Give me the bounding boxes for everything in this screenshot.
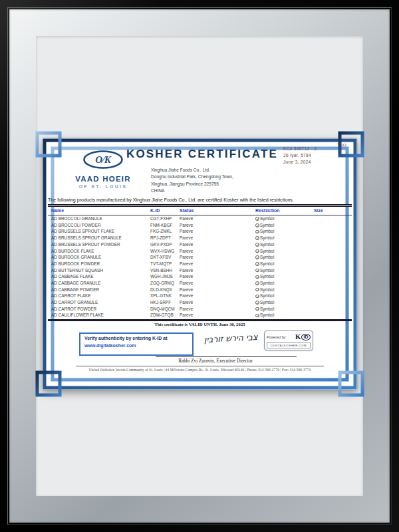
cell-name: AD CABBAGE FLAKE — [48, 274, 150, 279]
verify-box: Verify authenticity by entering K-ID at … — [79, 332, 194, 356]
footer-address: United Orthodox Jewish Community of St. … — [43, 368, 357, 372]
table-row: AD CABBAGE GRANULE ZGQ-GRMQ Pareve ✓ Sym… — [48, 280, 352, 287]
cell-restriction-label: Symbol — [260, 300, 274, 305]
cell-name: AD CABBAGE POWDER — [48, 287, 150, 293]
cell-restriction-label: Symbol — [260, 268, 274, 273]
table-row: AD CARROT GRANULE HKJ-SRPF Pareve ✓ Symb… — [48, 299, 352, 306]
cell-kid: TVT-MQTP — [150, 261, 180, 267]
cell-restriction-label: Symbol — [260, 307, 274, 312]
cell-status: Pareve — [180, 223, 255, 228]
cell-status: Pareve — [180, 274, 255, 279]
cell-name: AD BURDOCK GRANULE — [48, 255, 150, 260]
cell-restriction-label: Symbol — [260, 255, 274, 260]
cell-kid: WGH-JMJS — [150, 274, 180, 279]
cell-name: AD BRUSSELS SPROUT POWDER — [48, 242, 150, 247]
cell-kid: RPJ-ZDPT — [150, 235, 180, 241]
table-row: AD BURDOCK FLAKE WVX-HSWG Pareve ✓ Symbo… — [48, 248, 352, 255]
circled-check-icon: ✓ — [255, 262, 259, 266]
cell-restriction-label: Symbol — [260, 261, 274, 267]
col-header-name: Name — [48, 208, 150, 214]
cell-name: AD CARROT FLAKE — [48, 293, 150, 299]
cell-restriction-label: Symbol — [260, 235, 274, 241]
circled-check-icon: ✓ — [255, 281, 259, 285]
company-address-2: Xinghua, Jiangsu Province 225755 — [151, 182, 233, 187]
cell-name: AD BURDOCK FLAKE — [48, 249, 150, 254]
company-name: Xinghua Jiahe Foods Co., Ltd. — [151, 168, 233, 173]
col-header-status: Status — [180, 208, 255, 214]
kid-logo-icon: K ID — [295, 332, 311, 342]
col-header-kid: K-ID — [150, 208, 180, 214]
product-table: Name K-ID Status Restriction Size AD BRO… — [48, 204, 352, 321]
cell-kid: DNQ-MQCM — [150, 307, 180, 312]
col-header-size: Size — [314, 208, 352, 214]
cell-restriction-label: Symbol — [260, 287, 274, 293]
circled-check-icon: ✓ — [255, 255, 259, 259]
cell-name: AD BURDOCK POWDER — [48, 261, 150, 267]
col-header-restriction: Restriction — [255, 208, 314, 214]
cell-status: Pareve — [180, 255, 255, 260]
cell-restriction-label: Symbol — [260, 274, 274, 279]
validity-statement: This certificate is VALID UNTIL June 30,… — [43, 322, 357, 327]
cell-kid: DLD-KNQX — [150, 287, 180, 293]
cell-status: Pareve — [180, 307, 255, 312]
digitalkosher-domain: DIGITALKOSHER.COM — [267, 342, 311, 348]
cell-kid: GKV-PXDP — [150, 242, 180, 247]
table-row: AD CARROT POWDER DNQ-MQCM Pareve ✓ Symbo… — [48, 306, 352, 313]
circled-check-icon: ✓ — [255, 307, 259, 311]
circled-check-icon: ✓ — [255, 269, 259, 273]
circled-check-icon: ✓ — [255, 295, 259, 299]
company-country: CHINA — [151, 188, 233, 194]
cell-kid: FNM-KBGF — [150, 223, 180, 228]
cell-restriction-label: Symbol — [260, 281, 274, 286]
cell-kid: VSN-BSHH — [150, 268, 180, 273]
circled-check-icon: ✓ — [255, 236, 259, 240]
cell-status: Pareve — [180, 216, 255, 221]
table-row: AD BROCCOLI GRANULE CGT-FXHP Pareve ✓ Sy… — [48, 215, 352, 222]
cell-name: AD CAULIFLOWER FLAKE — [48, 313, 150, 318]
cell-restriction-label: Symbol — [260, 293, 274, 299]
org-location: OF ST. LOUIS — [57, 184, 149, 190]
cell-restriction-label: Symbol — [260, 242, 274, 247]
table-row: AD BRUSSELS SPROUT GRANULE RPJ-ZDPT Pare… — [48, 235, 352, 241]
cell-name: AD CARROT GRANULE — [48, 300, 150, 305]
circled-check-icon: ✓ — [255, 314, 259, 318]
cell-restriction-label: Symbol — [260, 229, 274, 234]
table-row: AD BROCCOLI POWDER FNM-KBGF Pareve ✓ Sym… — [48, 222, 352, 229]
svg-text:O⁄K: O⁄K — [95, 154, 111, 165]
product-table-body: AD BROCCOLI GRANULE CGT-FXHP Pareve ✓ Sy… — [48, 215, 352, 319]
cell-kid: WVX-HSWG — [150, 249, 180, 254]
cell-kid: ZDW-GTQB — [150, 313, 180, 318]
cell-status: Pareve — [180, 293, 255, 299]
certification-statement: The following products manufactured by X… — [48, 198, 351, 203]
circled-check-icon: ✓ — [255, 275, 259, 279]
circled-check-icon: ✓ — [255, 301, 259, 305]
cell-name: AD CARROT POWDER — [48, 307, 150, 312]
table-header-row: Name K-ID Status Restriction Size — [48, 206, 352, 215]
cell-name: AD BROCCOLI POWDER — [48, 223, 150, 228]
cell-name: AD CABBAGE GRANULE — [48, 281, 150, 286]
table-row: AD BRUSSELS SPROUT FLAKE FKG-ZMKL Pareve… — [48, 229, 352, 235]
table-row: AD BRUSSELS SPROUT POWDER GKV-PXDP Parev… — [48, 241, 352, 248]
table-row: AD CARROT FLAKE XPL-GTNK Pareve ✓ Symbol — [48, 293, 352, 300]
cell-kid: ZGQ-GRMQ — [150, 281, 180, 286]
cell-kid: CGT-FXHP — [150, 216, 180, 221]
table-row: AD CABBAGE POWDER DLD-KNQX Pareve ✓ Symb… — [48, 287, 352, 293]
cell-status: Pareve — [180, 313, 255, 318]
cell-restriction-label: Symbol — [260, 216, 274, 221]
kosher-certificate: בס"ד KC# 349712 - 2 26 Iyar, 5784 June 3… — [43, 138, 357, 390]
verify-url: www.digitalkosher.com — [84, 343, 188, 349]
vaad-hoeir-logo-block: O⁄K VAAD HOEIR OF ST. LOUIS — [57, 150, 149, 190]
cell-restriction-label: Symbol — [260, 313, 274, 318]
circled-check-icon: ✓ — [255, 230, 259, 234]
cell-status: Pareve — [180, 300, 255, 305]
cell-status: Pareve — [180, 261, 255, 267]
cell-name: AD BROCCOLI GRANULE — [48, 216, 150, 221]
cell-name: AD BUTTERNUT SQUASH — [48, 268, 150, 273]
cell-status: Pareve — [180, 268, 255, 273]
company-address-block: Xinghua Jiahe Foods Co., Ltd. Donghu Ind… — [151, 168, 233, 195]
powered-by-label: Powered by: — [267, 335, 286, 340]
cell-status: Pareve — [180, 249, 255, 254]
cell-status: Pareve — [180, 281, 255, 286]
cell-name: AD BRUSSELS SPROUT GRANULE — [48, 235, 150, 241]
circled-check-icon: ✓ — [255, 288, 259, 292]
